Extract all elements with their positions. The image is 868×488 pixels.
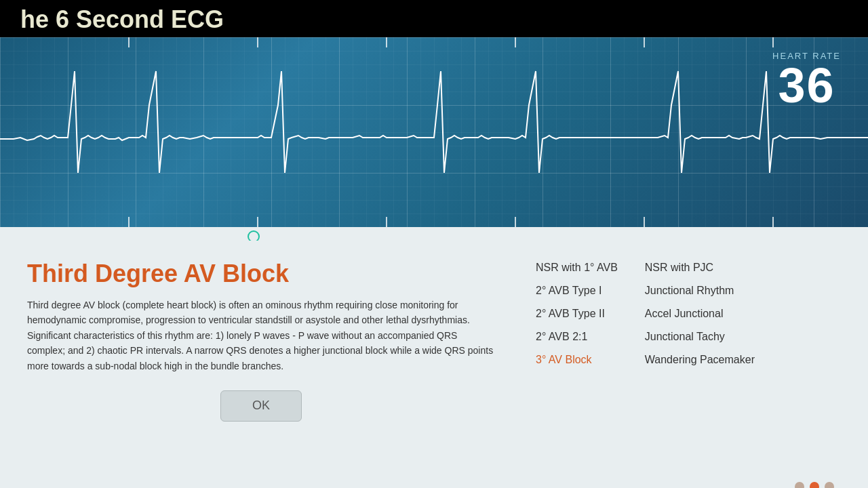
- left-panel: Third Degree AV Block Third degree AV bl…: [0, 241, 515, 488]
- menu-item-wandering-pacemaker[interactable]: Wandering Pacemaker: [645, 352, 755, 368]
- menu-item-3av-block[interactable]: 3° AV Block: [536, 352, 618, 368]
- pagination-dot-2[interactable]: [810, 482, 819, 488]
- menu-item-nsr-pjc[interactable]: NSR with PJC: [645, 260, 755, 276]
- top-bar: he 6 Second ECG: [0, 0, 868, 37]
- main-content: Third Degree AV Block Third degree AV bl…: [0, 241, 868, 488]
- content-section: Third Degree AV Block Third degree AV bl…: [0, 241, 868, 488]
- heart-rate-value: 36: [772, 61, 841, 110]
- menu-item-junctional-tachy[interactable]: Junctional Tachy: [645, 329, 755, 345]
- ok-button-container: OK: [27, 390, 495, 422]
- condition-title: Third Degree AV Block: [27, 260, 495, 288]
- menu-item-nsr-avb[interactable]: NSR with 1° AVB: [536, 260, 618, 276]
- pagination-dot-3[interactable]: [825, 482, 834, 488]
- ecg-grid: [0, 37, 868, 227]
- right-panel: NSR with 1° AVB 2° AVB Type I 2° AVB Typ…: [515, 241, 868, 488]
- menu-item-accel-junctional[interactable]: Accel Junctional: [645, 306, 755, 322]
- menu-item-junctional-rhythm[interactable]: Junctional Rhythm: [645, 283, 755, 299]
- menu-item-2avb-type2[interactable]: 2° AVB Type II: [536, 306, 618, 322]
- ecg-display: HEART RATE 36: [0, 37, 868, 227]
- condition-description: Third degree AV block (complete heart bl…: [27, 298, 495, 373]
- ok-button[interactable]: OK: [220, 390, 302, 422]
- menu-item-2avb-type1[interactable]: 2° AVB Type I: [536, 283, 618, 299]
- menu-column-1: NSR with 1° AVB 2° AVB Type I 2° AVB Typ…: [536, 260, 618, 488]
- heart-rate-display: HEART RATE 36: [772, 51, 841, 110]
- pagination: [795, 482, 834, 488]
- menu-item-2avb-21[interactable]: 2° AVB 2:1: [536, 329, 618, 345]
- app-title: he 6 Second ECG: [20, 5, 224, 34]
- pagination-dot-1[interactable]: [795, 482, 804, 488]
- menu-column-2: NSR with PJC Junctional Rhythm Accel Jun…: [645, 260, 755, 488]
